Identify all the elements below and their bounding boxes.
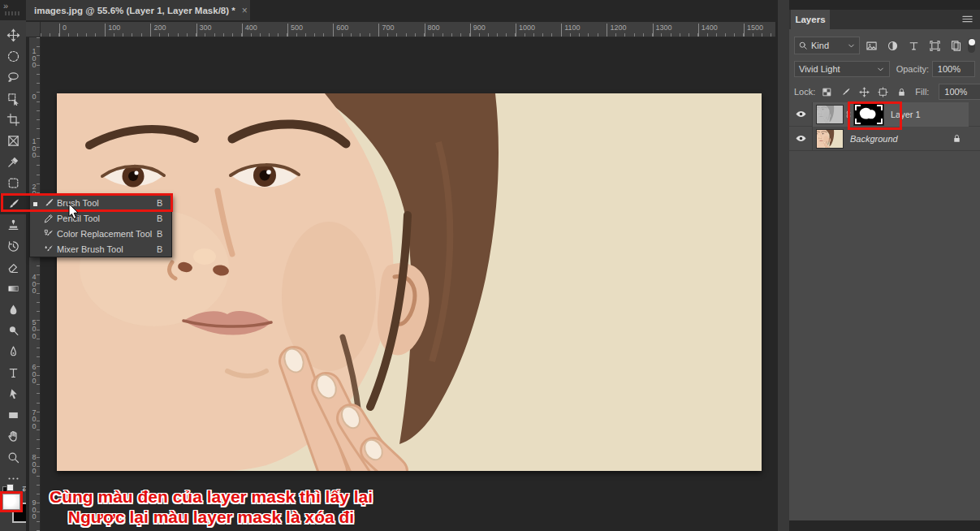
ruler-h-label: 1100: [563, 24, 580, 32]
eyedropper-tool-icon: [6, 155, 20, 169]
clone-stamp-tool-icon: [6, 218, 20, 232]
layer-row-layer-1[interactable]: Layer 1: [789, 102, 980, 127]
filter-pixel-filter[interactable]: [866, 40, 878, 52]
tool-eyedropper[interactable]: [0, 151, 26, 172]
filter-kind-label: Kind: [811, 41, 829, 50]
ruler-origin-corner[interactable]: [26, 22, 41, 37]
tool-hand[interactable]: [0, 425, 26, 447]
ruler-h-label: 500: [289, 24, 303, 32]
tool-crop[interactable]: [0, 109, 26, 130]
document-tab[interactable]: images.jpg @ 55.6% (Layer 1, Layer Mask/…: [26, 0, 250, 20]
tool-zoom[interactable]: [0, 447, 26, 468]
brush-small-icon: [840, 87, 851, 97]
hand-tool-icon: [6, 430, 20, 443]
ruler-h-label: 1200: [608, 24, 626, 32]
menu-item-pencil-tool[interactable]: Pencil ToolB: [30, 210, 171, 226]
pencil-icon: [43, 213, 54, 224]
document-tab-title: images.jpg @ 55.6% (Layer 1, Layer Mask/…: [34, 6, 235, 15]
active-tool-marker: [33, 202, 37, 206]
collapse-panels-left-icon[interactable]: »: [3, 1, 7, 11]
tool-shape[interactable]: [0, 404, 26, 425]
panel-menu-icon[interactable]: [961, 13, 974, 25]
mask-link-icon[interactable]: [844, 110, 853, 119]
tool-move[interactable]: [0, 24, 26, 45]
shape-filter-icon: [929, 40, 941, 52]
opacity-label: Opacity:: [896, 64, 929, 74]
tool-eraser[interactable]: [0, 257, 26, 278]
opacity-input[interactable]: 100%: [932, 61, 975, 77]
crop-tool-icon: [6, 113, 20, 127]
tool-brush[interactable]: [0, 193, 26, 214]
menu-item-brush-tool[interactable]: Brush ToolB: [30, 195, 171, 210]
layer-row-background[interactable]: Background: [789, 127, 980, 151]
filter-adjustment-filter[interactable]: [887, 40, 899, 52]
brush-icon: [43, 197, 54, 209]
mouse-cursor-icon: [68, 203, 81, 220]
filter-shape-filter[interactable]: [929, 40, 941, 52]
vertical-ruler[interactable]: 1 0 001 0 02 0 03 0 04 0 05 0 06 0 07 0 …: [29, 37, 41, 531]
tab-close-icon[interactable]: ×: [242, 5, 248, 16]
tools-toolbar: [0, 20, 26, 531]
blend-mode-select[interactable]: Vivid Light: [794, 61, 890, 77]
layer-name[interactable]: Layer 1: [891, 110, 921, 119]
move-small-icon: [859, 87, 870, 97]
quick-selection-tool-icon: [6, 92, 20, 106]
layer-thumbnail[interactable]: [816, 129, 844, 149]
fill-value: 100%: [939, 87, 970, 97]
history-brush-tool-icon: [6, 240, 20, 253]
tool-clone-stamp[interactable]: [0, 214, 26, 235]
layers-panel: Layers Kind Vivid Light O: [789, 0, 980, 531]
filter-smart-filter[interactable]: [950, 40, 962, 52]
caption-line-1: Cùng màu đen của layer mask thì lấy lại: [32, 486, 390, 507]
ruler-h-label: 1500: [745, 24, 763, 32]
lock-padlock[interactable]: [896, 87, 907, 97]
layer-filter-row: Kind: [789, 36, 980, 55]
fill-label: Fill:: [915, 87, 929, 97]
tool-pen[interactable]: [0, 341, 26, 362]
lock-move-small[interactable]: [859, 87, 870, 97]
horizontal-ruler[interactable]: 0100200300400500600700800900100011001200…: [41, 22, 775, 37]
tool-healing-brush[interactable]: [0, 172, 26, 193]
ruler-h-label: 700: [380, 24, 394, 32]
tab-layers[interactable]: Layers: [791, 10, 830, 29]
tool-marquee[interactable]: [0, 45, 26, 67]
document-canvas[interactable]: [57, 93, 762, 471]
eye-icon: [795, 108, 807, 120]
tool-gradient[interactable]: [0, 278, 26, 299]
ruler-h-label: 1400: [700, 24, 718, 32]
ruler-h-label: 900: [472, 24, 486, 32]
visibility-toggle[interactable]: [789, 127, 813, 150]
tool-quick-selection[interactable]: [0, 88, 26, 109]
tool-lasso[interactable]: [0, 67, 26, 88]
tool-dodge[interactable]: [0, 320, 26, 341]
tool-type[interactable]: [0, 362, 26, 383]
layer-thumbnail[interactable]: [816, 105, 844, 124]
menu-item-mixer-brush-tool[interactable]: Mixer Brush ToolB: [30, 241, 171, 257]
layer-name[interactable]: Background: [850, 134, 898, 144]
tool-history-brush[interactable]: [0, 235, 26, 257]
eraser-tool-icon: [6, 261, 20, 274]
layer-list: Layer 1Background: [789, 102, 980, 151]
filter-type-filter[interactable]: [908, 40, 920, 52]
filtering-toggle[interactable]: [968, 38, 975, 53]
layer-mask-thumbnail[interactable]: [853, 103, 884, 126]
lock-checkerboard[interactable]: [822, 87, 832, 97]
toolbar-grip[interactable]: [5, 11, 21, 15]
foreground-color-swatch[interactable]: [2, 494, 20, 510]
photoshop-window: » images.jpg @ 55.6% (Layer 1, Layer Mas…: [0, 0, 980, 531]
tool-blur[interactable]: [0, 299, 26, 320]
portrait-photo: [57, 93, 762, 471]
tool-slice[interactable]: [0, 130, 26, 151]
lock-artboard[interactable]: [878, 87, 888, 97]
ruler-h-label: 0: [61, 24, 67, 32]
lock-brush-small[interactable]: [840, 87, 851, 97]
ruler-v-label: 6 0 0: [31, 364, 37, 385]
shape-tool-icon: [6, 408, 20, 422]
brush-tool-icon: [6, 197, 20, 211]
fill-input[interactable]: 100%: [939, 84, 980, 100]
visibility-toggle[interactable]: [789, 102, 813, 126]
menu-item-color-replacement-tool[interactable]: Color Replacement ToolB: [30, 226, 171, 241]
chain-link-icon: [844, 110, 853, 119]
filter-kind-select[interactable]: Kind: [794, 37, 860, 54]
tool-path-select[interactable]: [0, 383, 26, 404]
